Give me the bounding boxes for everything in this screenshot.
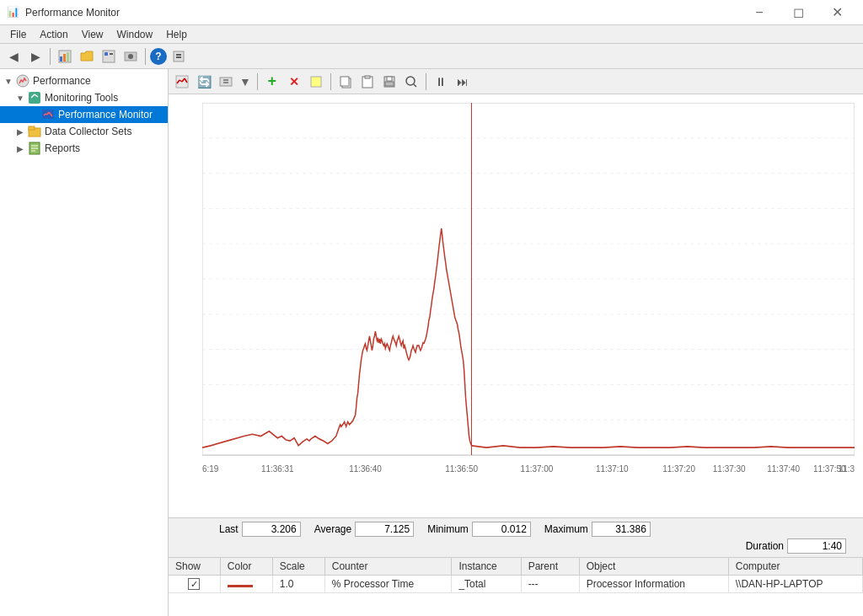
properties2-button[interactable] xyxy=(216,72,236,92)
svg-text:11:37:10: 11:37:10 xyxy=(596,463,629,474)
toolbar-separator-1 xyxy=(50,48,51,65)
maximum-value[interactable] xyxy=(592,522,651,537)
cell-show xyxy=(169,576,220,593)
info-button[interactable] xyxy=(169,46,189,67)
sidebar: ▼ Performance ▼ Monitoring Tools Perform… xyxy=(0,69,169,616)
table-row[interactable]: 1.0 % Processor Time _Total --- Processo… xyxy=(169,576,863,593)
menu-file[interactable]: File xyxy=(3,27,33,42)
cell-object: Processor Information xyxy=(579,576,728,593)
minimum-value[interactable] xyxy=(472,522,531,537)
chart-type-button[interactable] xyxy=(172,72,192,92)
stats-row-2: Duration xyxy=(219,538,846,554)
svg-text:11:36:50: 11:36:50 xyxy=(445,463,478,474)
copy-button[interactable] xyxy=(335,72,356,92)
sidebar-item-monitoring-tools[interactable]: ▼ Monitoring Tools xyxy=(0,89,168,106)
svg-rect-35 xyxy=(311,77,321,87)
cell-counter: % Processor Time xyxy=(324,576,452,593)
performance-icon xyxy=(15,74,30,88)
svg-text:11:37:40: 11:37:40 xyxy=(767,463,800,474)
monitor-tb-sep2 xyxy=(330,73,331,90)
menu-action[interactable]: Action xyxy=(33,27,74,42)
svg-text:11:36:19: 11:36:19 xyxy=(202,463,218,474)
svg-rect-22 xyxy=(29,126,35,130)
svg-point-43 xyxy=(406,77,415,85)
svg-rect-45 xyxy=(202,103,855,455)
menu-window[interactable]: Window xyxy=(110,27,160,42)
svg-rect-39 xyxy=(365,76,370,78)
col-header-color: Color xyxy=(220,558,272,576)
app-icon: 📊 xyxy=(7,6,20,19)
sidebar-item-data-collector[interactable]: ▶ Data Collector Sets xyxy=(0,123,168,140)
toolbar-separator-2 xyxy=(145,48,146,65)
menu-view[interactable]: View xyxy=(75,27,110,42)
minimum-label: Minimum xyxy=(427,523,469,535)
duration-value[interactable] xyxy=(787,538,846,554)
data-table-area: Show Color Scale Counter Instance Parent… xyxy=(169,557,863,616)
svg-rect-9 xyxy=(174,51,184,62)
performance-chart: 100 90 80 70 60 50 40 30 20 10 0 xyxy=(202,103,855,484)
svg-text:11:37:00: 11:37:00 xyxy=(521,463,554,474)
cell-parent: --- xyxy=(521,576,579,593)
show-checkbox[interactable] xyxy=(188,578,200,590)
menu-help[interactable]: Help xyxy=(159,27,194,42)
dropdown-arrow[interactable]: ▼ xyxy=(239,75,251,88)
search-button[interactable] xyxy=(401,72,421,92)
data-collector-icon xyxy=(27,125,42,138)
paste-button[interactable] xyxy=(357,72,378,92)
svg-text:11:37:20: 11:37:20 xyxy=(662,463,695,474)
save-button[interactable] xyxy=(379,72,399,92)
maximum-label: Maximum xyxy=(544,523,588,535)
chart-area: 100 90 80 70 60 50 40 30 20 10 0 xyxy=(169,94,863,517)
sidebar-item-performance-monitor[interactable]: Performance Monitor xyxy=(0,106,168,123)
svg-rect-42 xyxy=(385,82,394,86)
screenshot-button[interactable] xyxy=(121,46,141,67)
cell-scale: 1.0 xyxy=(272,576,324,593)
col-header-instance: Instance xyxy=(452,558,521,576)
color-swatch xyxy=(228,585,253,587)
help-button[interactable]: ? xyxy=(150,48,167,65)
sidebar-label-monitoring-tools: Monitoring Tools xyxy=(45,92,118,104)
close-button[interactable]: ✕ xyxy=(817,0,856,25)
window-title: Performance Monitor xyxy=(25,7,740,19)
cell-color xyxy=(220,576,272,593)
counter-table: Show Color Scale Counter Instance Parent… xyxy=(169,558,863,593)
refresh-button[interactable]: 🔄 xyxy=(194,72,214,92)
monitor-toolbar: 🔄 ▼ + ✕ xyxy=(169,69,863,94)
sidebar-label-dc: Data Collector Sets xyxy=(45,126,131,137)
pause-button[interactable]: ⏸ xyxy=(431,72,451,92)
properties-button[interactable] xyxy=(99,46,119,67)
window-controls: − ◻ ✕ xyxy=(740,0,856,25)
duration-label: Duration xyxy=(746,540,784,552)
content-area: 🔄 ▼ + ✕ xyxy=(169,69,863,616)
restore-button[interactable]: ◻ xyxy=(779,0,817,25)
col-header-parent: Parent xyxy=(521,558,579,576)
expand-icon: ▼ xyxy=(2,77,15,86)
remove-counter-button[interactable]: ✕ xyxy=(284,72,304,92)
show-button[interactable] xyxy=(55,46,75,67)
add-counter-button[interactable]: + xyxy=(262,72,282,92)
cell-instance: _Total xyxy=(452,576,521,593)
col-header-computer: Computer xyxy=(728,558,862,576)
average-value[interactable] xyxy=(355,522,414,537)
stats-row-1: Last Average Minimum Maximum xyxy=(219,522,846,537)
monitor-tb-sep1 xyxy=(257,73,258,90)
col-header-counter: Counter xyxy=(324,558,452,576)
reports-icon xyxy=(27,142,42,155)
minimize-button[interactable]: − xyxy=(740,0,779,25)
expand-icon-reports: ▶ xyxy=(13,144,27,153)
folder-button[interactable] xyxy=(77,46,97,67)
back-button[interactable]: ◀ xyxy=(3,46,24,67)
sidebar-item-reports[interactable]: ▶ Reports xyxy=(0,140,168,157)
last-value[interactable] xyxy=(242,522,301,537)
forward-button[interactable]: ▶ xyxy=(25,46,46,67)
next-button[interactable]: ⏭ xyxy=(453,72,473,92)
svg-text:11:36:31: 11:36:31 xyxy=(261,463,294,474)
sidebar-label-pm: Performance Monitor xyxy=(58,109,153,121)
svg-rect-13 xyxy=(29,92,40,104)
highlight-button[interactable] xyxy=(306,72,326,92)
svg-text:11:36:40: 11:36:40 xyxy=(349,463,382,474)
sidebar-item-performance[interactable]: ▼ Performance xyxy=(0,72,168,89)
svg-rect-32 xyxy=(220,78,232,86)
stats-bar: Last Average Minimum Maximum Duration xyxy=(169,517,863,557)
average-label: Average xyxy=(314,523,351,535)
